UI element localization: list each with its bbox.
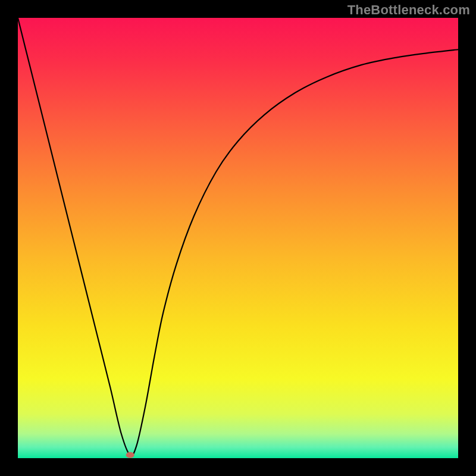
optimal-point-marker xyxy=(126,452,134,458)
plot-frame-left xyxy=(0,0,18,476)
plot-frame-bottom xyxy=(0,458,476,476)
plot-background xyxy=(18,18,458,458)
chart-container: TheBottleneck.com xyxy=(0,0,476,476)
watermark-text: TheBottleneck.com xyxy=(347,2,470,18)
plot-frame-right xyxy=(458,0,476,476)
chart-svg xyxy=(0,0,476,476)
